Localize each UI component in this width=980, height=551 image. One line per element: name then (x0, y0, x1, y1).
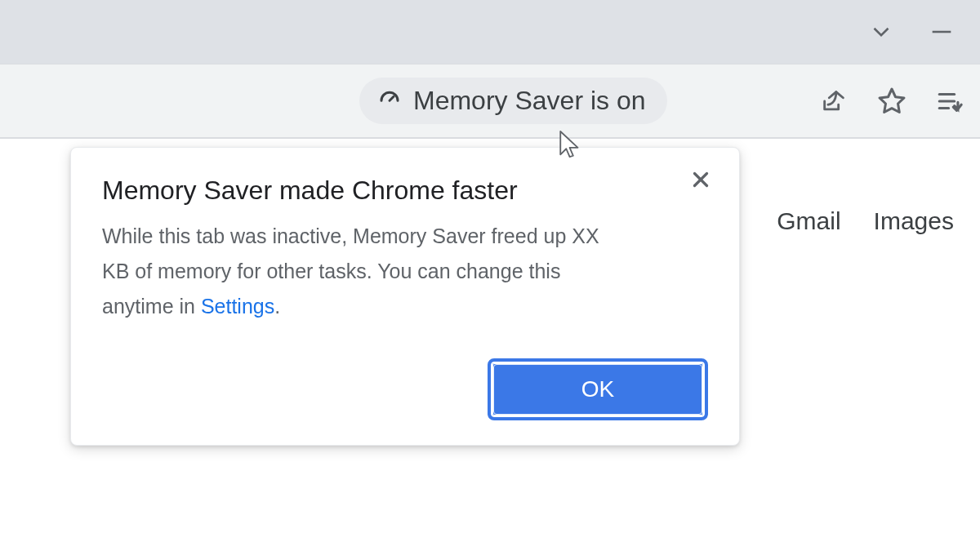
minimize-icon[interactable] (928, 18, 956, 46)
star-icon[interactable] (877, 87, 906, 116)
window-titlebar (0, 0, 980, 64)
chip-label: Memory Saver is on (413, 86, 646, 116)
popup-body-suffix: . (274, 295, 280, 318)
popup-title: Memory Saver made Chrome faster (102, 176, 518, 206)
chevron-down-icon[interactable] (867, 18, 895, 46)
close-icon[interactable] (688, 167, 713, 195)
reading-list-icon[interactable] (936, 87, 964, 115)
browser-toolbar: Memory Saver is on (0, 64, 980, 137)
popup-body-text: While this tab was inactive, Memory Save… (102, 224, 599, 318)
popup-body: While this tab was inactive, Memory Save… (102, 219, 625, 324)
images-link[interactable]: Images (874, 207, 954, 235)
share-icon[interactable] (820, 87, 848, 115)
toolbar-actions (820, 87, 964, 116)
svg-marker-2 (880, 89, 904, 113)
svg-line-1 (390, 96, 394, 100)
settings-link[interactable]: Settings (201, 295, 274, 318)
gmail-link[interactable]: Gmail (777, 207, 840, 235)
speedometer-icon (377, 87, 402, 115)
memory-saver-popup: Memory Saver made Chrome faster While th… (70, 147, 740, 446)
memory-saver-chip[interactable]: Memory Saver is on (359, 78, 667, 124)
page-header-links: Gmail Images (777, 207, 954, 235)
ok-button[interactable]: OK (488, 358, 708, 420)
